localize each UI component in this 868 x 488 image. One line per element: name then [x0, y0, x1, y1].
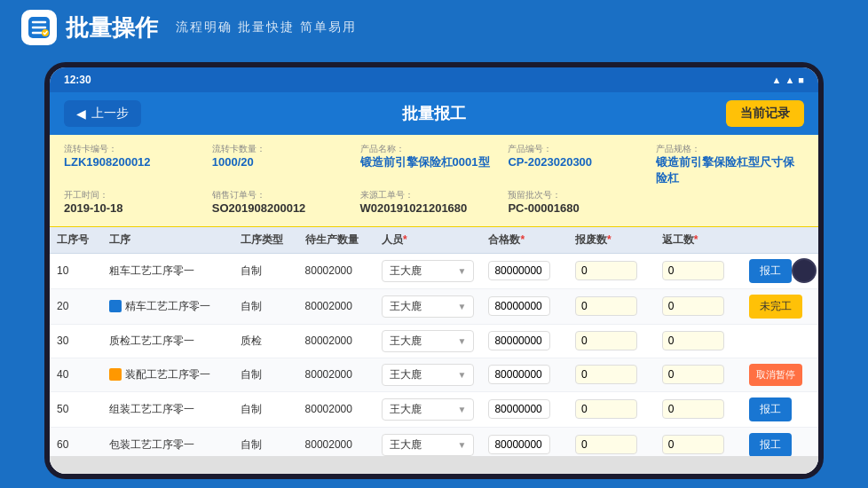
person-name: 王大鹿 [390, 367, 422, 382]
scrap-input[interactable] [575, 435, 637, 454]
cell-qty: 80002000 [298, 427, 375, 456]
cell-scrap[interactable] [568, 358, 655, 391]
col-person: 人员* [375, 227, 481, 254]
info-card: 流转卡编号： LZK1908200012 流转卡数量： 1000/20 产品名称… [50, 135, 818, 227]
cell-qty: 80002000 [298, 253, 375, 288]
cell-rework[interactable] [655, 358, 742, 391]
app-title: 批量操作 [66, 12, 158, 43]
baogong-button[interactable]: 报工 [749, 433, 792, 456]
table-row: 60包装工艺工序零一自制80002000王大鹿▼报工 [50, 427, 818, 456]
rework-input[interactable] [662, 365, 724, 384]
table-row: 10粗车工艺工序零一自制80002000王大鹿▼报工 [50, 253, 818, 288]
quxiaozhanting-button[interactable]: 取消暂停 [749, 364, 802, 386]
cell-qualified[interactable] [481, 391, 568, 427]
cell-type: 质检 [233, 324, 298, 358]
cell-process: 包装工艺工序零一 [102, 427, 233, 456]
qualified-input[interactable] [488, 399, 550, 419]
cell-scrap[interactable] [568, 427, 655, 456]
page-header: ◀ 上一步 批量报工 当前记录 [50, 92, 818, 135]
tablet-screen: 12:30 ▲ ▲ ■ ◀ 上一步 批量报工 当前记录 [50, 67, 818, 474]
data-table-wrapper: 工序号 工序 工序类型 待生产数量 人员* 合格数* 报废数* 返工数* 10粗… [50, 227, 818, 456]
cell-qualified[interactable] [481, 358, 568, 391]
scrap-input[interactable] [575, 296, 637, 316]
cell-rework[interactable] [655, 324, 742, 358]
status-icons: ▲ ▲ ■ [772, 75, 804, 85]
cell-person[interactable]: 王大鹿▼ [375, 253, 481, 288]
baogong-button[interactable]: 报工 [749, 397, 792, 421]
qualified-input[interactable] [488, 296, 550, 316]
cell-seq: 20 [50, 288, 102, 324]
person-select[interactable]: 王大鹿▼ [382, 398, 474, 421]
rework-input[interactable] [662, 435, 724, 454]
cell-qualified[interactable] [481, 427, 568, 456]
cell-person[interactable]: 王大鹿▼ [375, 427, 481, 456]
cell-person[interactable]: 王大鹿▼ [375, 288, 481, 324]
cell-rework[interactable] [655, 391, 742, 427]
info-product-code: 产品编号： CP-2023020300 [508, 144, 656, 186]
rework-input[interactable] [662, 296, 724, 316]
scrap-input[interactable] [575, 365, 637, 384]
qualified-input[interactable] [488, 435, 550, 454]
cell-rework[interactable] [655, 288, 742, 324]
tablet-frame: 12:30 ▲ ▲ ■ ◀ 上一步 批量报工 当前记录 [44, 62, 824, 479]
back-button[interactable]: ◀ 上一步 [64, 100, 141, 127]
person-select[interactable]: 王大鹿▼ [382, 295, 474, 318]
weiwangong-button[interactable]: 未完工 [749, 295, 802, 319]
cell-qty: 80002000 [298, 288, 375, 324]
person-select[interactable]: 王大鹿▼ [382, 364, 474, 386]
cell-action[interactable]: 报工 [742, 427, 818, 456]
battery-icon: ■ [798, 75, 804, 85]
qualified-input[interactable] [488, 331, 550, 350]
cell-qualified[interactable] [481, 324, 568, 358]
person-select[interactable]: 王大鹿▼ [382, 330, 474, 352]
cell-type: 自制 [233, 427, 298, 456]
col-qty: 待生产数量 [298, 227, 375, 254]
person-select[interactable]: 王大鹿▼ [382, 434, 474, 456]
scrap-input[interactable] [575, 331, 637, 350]
chevron-down-icon: ▼ [457, 266, 466, 276]
cell-scrap[interactable] [568, 253, 655, 288]
cell-qualified[interactable] [481, 253, 568, 288]
app-icon [21, 10, 57, 45]
orange-status-icon [109, 368, 122, 381]
info-start-time: 开工时间： 2019-10-18 [64, 190, 212, 216]
scrap-input[interactable] [575, 399, 637, 419]
info-row-1: 流转卡编号： LZK1908200012 流转卡数量： 1000/20 产品名称… [64, 144, 804, 186]
cell-action[interactable]: 报工 [742, 391, 818, 427]
rework-input[interactable] [662, 399, 724, 419]
scrap-input[interactable] [575, 261, 637, 280]
cell-person[interactable]: 王大鹿▼ [375, 324, 481, 358]
app-header: 批量操作 流程明确 批量快捷 简单易用 [0, 0, 868, 55]
cell-qualified[interactable] [481, 288, 568, 324]
cell-action[interactable]: 取消暂停 [742, 358, 818, 391]
table-row: 50组装工艺工序零一自制80002000王大鹿▼报工 [50, 391, 818, 427]
cell-rework[interactable] [655, 253, 742, 288]
person-name: 王大鹿 [390, 334, 422, 349]
cell-person[interactable]: 王大鹿▼ [375, 391, 481, 427]
cell-qty: 80002000 [298, 324, 375, 358]
status-bar: 12:30 ▲ ▲ ■ [50, 67, 818, 92]
cell-person[interactable]: 王大鹿▼ [375, 358, 481, 391]
record-button[interactable]: 当前记录 [726, 100, 804, 127]
info-card-number: 流转卡编号： LZK1908200012 [64, 144, 212, 186]
qualified-input[interactable] [488, 365, 550, 384]
page-container: ◀ 上一步 批量报工 当前记录 流转卡编号： LZK1908200012 流转卡… [50, 92, 818, 474]
cell-rework[interactable] [655, 427, 742, 456]
cell-scrap[interactable] [568, 288, 655, 324]
cell-scrap[interactable] [568, 391, 655, 427]
baogong-button[interactable]: 报工 [749, 259, 792, 283]
rework-input[interactable] [662, 331, 724, 350]
cell-scrap[interactable] [568, 324, 655, 358]
rework-input[interactable] [662, 261, 724, 280]
col-process: 工序 [102, 227, 233, 254]
cell-type: 自制 [233, 288, 298, 324]
qualified-input[interactable] [488, 261, 550, 280]
cell-action[interactable] [742, 324, 818, 358]
col-scrap: 报废数* [568, 227, 655, 254]
person-select[interactable]: 王大鹿▼ [382, 260, 474, 282]
back-arrow-icon: ◀ [76, 106, 86, 121]
home-button[interactable] [792, 258, 817, 283]
cell-action[interactable]: 未完工 [742, 288, 818, 324]
person-name: 王大鹿 [390, 402, 422, 417]
cell-seq: 10 [50, 253, 102, 288]
